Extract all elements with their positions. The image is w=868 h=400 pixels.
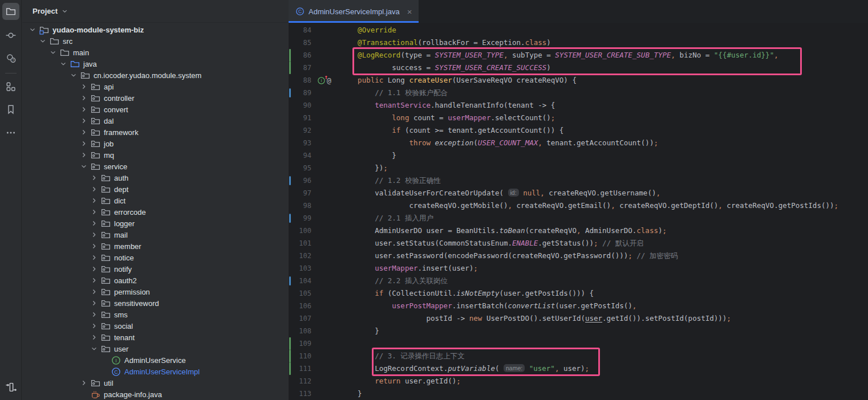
gutter-icons[interactable]: I↑@ <box>317 75 331 85</box>
chevron-right-icon[interactable] <box>90 276 99 285</box>
line-number[interactable]: 85 <box>289 36 311 49</box>
tree-item-social[interactable]: social <box>22 320 289 332</box>
tree-item-mq[interactable]: mq <box>22 149 289 161</box>
tree-item-api[interactable]: api <box>22 81 289 92</box>
chevron-right-icon[interactable] <box>79 378 88 387</box>
tree-item-mail[interactable]: mail <box>22 229 289 240</box>
code-line-96[interactable]: 96 // 1.2 校验正确性 <box>289 174 868 187</box>
tree-item-main[interactable]: main <box>22 47 289 58</box>
chevron-right-icon[interactable] <box>90 253 99 262</box>
chevron-down-icon[interactable] <box>48 48 58 57</box>
code-line-101[interactable]: 101 user.setStatus(CommonStatusEnum.ENAB… <box>289 237 868 250</box>
code-line-86[interactable]: 86 @LogRecord(type = SYSTEM_USER_TYPE, s… <box>289 49 868 62</box>
code-line-104[interactable]: 104 // 2.2 插入关联岗位 <box>289 275 868 287</box>
line-number[interactable]: 84 <box>289 24 311 36</box>
chevron-right-icon[interactable] <box>90 242 99 251</box>
chevron-right-icon[interactable] <box>90 287 99 296</box>
line-number[interactable]: 91 <box>289 112 311 124</box>
code-line-100[interactable]: 100 AdminUserDO user = BeanUtils.toBean(… <box>289 225 868 237</box>
tree-item-cn-iocoder-yudao-module-system[interactable]: cn.iocoder.yudao.module.system <box>22 70 289 81</box>
line-number[interactable]: 86 <box>289 49 311 62</box>
chevron-down-icon[interactable] <box>90 344 99 353</box>
tree-item-oauth2[interactable]: oauth2 <box>22 275 289 286</box>
line-number[interactable]: 93 <box>289 137 311 149</box>
chevron-right-icon[interactable] <box>79 128 88 137</box>
code-line-93[interactable]: 93 throw exception(USER_COUNT_MAX, tenan… <box>289 137 868 149</box>
line-number[interactable]: 105 <box>289 287 311 300</box>
tree-item-adminuserservice[interactable]: IAdminUserService <box>22 354 289 366</box>
code-line-113[interactable]: 113 } <box>289 387 868 400</box>
code-line-91[interactable]: 91 long count = userMapper.selectCount()… <box>289 112 868 124</box>
tree-item-user[interactable]: user <box>22 343 289 354</box>
more-tool-windows-icon[interactable] <box>2 124 19 141</box>
bookmarks-icon[interactable] <box>2 101 19 118</box>
code-line-87[interactable]: 87 success = SYSTEM_USER_CREATE_SUCCESS) <box>289 62 868 74</box>
tree-item-auth[interactable]: auth <box>22 172 289 183</box>
chevron-down-icon[interactable] <box>69 71 78 80</box>
line-number[interactable]: 108 <box>289 325 311 337</box>
code-line-105[interactable]: 105 if (CollectionUtil.isNotEmpty(user.g… <box>289 287 868 300</box>
panel-arrows-icon[interactable] <box>2 378 19 395</box>
line-number[interactable]: 104 <box>289 275 311 287</box>
code-line-109[interactable]: 109 <box>289 337 868 350</box>
tree-item-package-info-java[interactable]: package-info.java <box>22 389 289 400</box>
tree-item-errorcode[interactable]: errorcode <box>22 206 289 218</box>
line-number[interactable]: 101 <box>289 237 311 250</box>
line-number[interactable]: 94 <box>289 149 311 162</box>
chevron-right-icon[interactable] <box>79 150 88 160</box>
code-line-94[interactable]: 94 } <box>289 149 868 162</box>
code-line-111[interactable]: 111 LogRecordContext.putVariable( name: … <box>289 362 868 375</box>
tree-item-src[interactable]: src <box>22 35 289 47</box>
tree-item-notice[interactable]: notice <box>22 252 289 263</box>
tree-item-service[interactable]: service <box>22 161 289 172</box>
chevron-right-icon[interactable] <box>90 185 99 194</box>
line-number[interactable]: 102 <box>289 250 311 262</box>
chevron-right-icon[interactable] <box>90 207 99 217</box>
line-number[interactable]: 111 <box>289 362 311 375</box>
line-number[interactable]: 112 <box>289 375 311 387</box>
line-number[interactable]: 106 <box>289 300 311 312</box>
code-line-95[interactable]: 95 }); <box>289 162 868 174</box>
chevron-right-icon[interactable] <box>90 219 99 228</box>
line-number[interactable]: 88 <box>289 74 311 87</box>
tree-item-adminuserserviceimpl[interactable]: CAdminUserServiceImpl <box>22 366 289 377</box>
chevron-right-icon[interactable] <box>90 299 99 308</box>
line-number[interactable]: 113 <box>289 387 311 400</box>
line-number[interactable]: 98 <box>289 199 311 212</box>
code-line-107[interactable]: 107 postId -> new UserPostDO().setUserId… <box>289 312 868 325</box>
code-line-90[interactable]: 90 tenantService.handleTenantInfo(tenant… <box>289 99 868 112</box>
chevron-right-icon[interactable] <box>90 321 99 330</box>
code-line-85[interactable]: 85 @Transactional(rollbackFor = Exceptio… <box>289 36 868 49</box>
tree-item-tenant[interactable]: tenant <box>22 332 289 343</box>
chevron-right-icon[interactable] <box>90 333 99 342</box>
tree-item-java[interactable]: java <box>22 58 289 70</box>
tree-item-convert[interactable]: convert <box>22 104 289 115</box>
code-line-99[interactable]: 99 // 2.1 插入用户 <box>289 212 868 225</box>
line-number[interactable]: 92 <box>289 124 311 137</box>
tree-item-dept[interactable]: dept <box>22 183 289 195</box>
chevron-right-icon[interactable] <box>79 82 88 91</box>
line-number[interactable]: 90 <box>289 99 311 112</box>
tree-item-dict[interactable]: dict <box>22 195 289 206</box>
line-number[interactable]: 95 <box>289 162 311 174</box>
tree-item-framework[interactable]: framework <box>22 126 289 138</box>
tree-item-controller[interactable]: controller <box>22 92 289 104</box>
tree-item-notify[interactable]: notify <box>22 263 289 275</box>
code-line-97[interactable]: 97 validateUserForCreateOrUpdate( id: nu… <box>289 187 868 199</box>
chevron-right-icon[interactable] <box>79 116 88 125</box>
code-line-84[interactable]: 84 @Override <box>289 24 868 36</box>
commit-icon[interactable] <box>2 27 19 44</box>
code-line-106[interactable]: 106 userPostMapper.insertBatch(convertLi… <box>289 300 868 312</box>
code-line-92[interactable]: 92 if (count >= tenant.getAccountCount()… <box>289 124 868 137</box>
implements-method-icon[interactable]: I↑ <box>317 76 326 85</box>
code-line-98[interactable]: 98 createReqVO.getMobile(), createReqVO.… <box>289 199 868 212</box>
line-number[interactable]: 96 <box>289 174 311 187</box>
line-number[interactable]: 100 <box>289 225 311 237</box>
line-number[interactable]: 87 <box>289 62 311 74</box>
structure-icon[interactable] <box>2 78 19 95</box>
chevron-down-icon[interactable] <box>61 7 68 15</box>
project-folder-icon[interactable] <box>2 3 19 20</box>
code-with-me-icon[interactable]: ? <box>2 50 19 67</box>
project-tree[interactable]: yudao-module-system-bizsrcmainjavacn.ioc… <box>22 23 289 400</box>
chevron-down-icon[interactable] <box>59 59 68 68</box>
